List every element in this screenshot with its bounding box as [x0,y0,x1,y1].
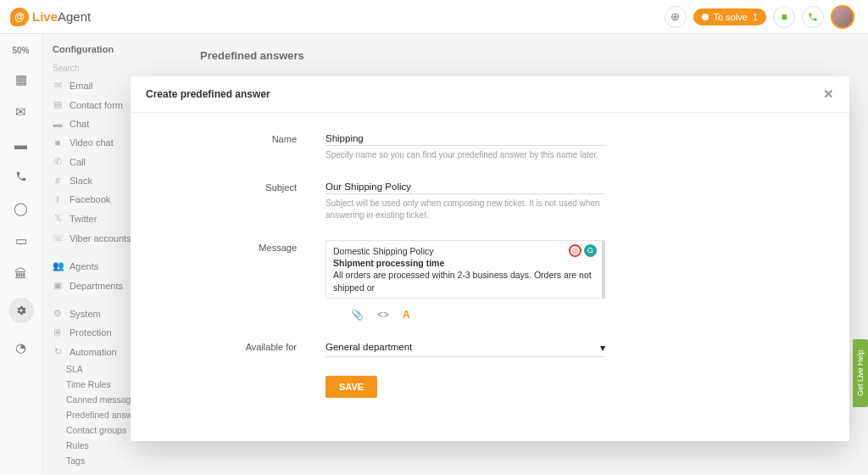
target-icon[interactable]: ◎ [569,244,581,257]
phone-icon[interactable] [14,169,29,184]
sb-label: Automation [70,347,117,357]
dashboard-icon[interactable]: ▦ [14,72,29,87]
select-value: General department [326,342,412,354]
folder-icon: ▣ [53,280,63,291]
sb-label: Chat [70,119,89,129]
sb-label: System [70,309,101,319]
viber-icon: ☏ [53,232,63,243]
sb-label: Departments [70,281,123,291]
code-icon[interactable]: <> [377,309,389,321]
subject-input[interactable] [326,180,605,194]
msg-line: Domestic Shipping Policy [333,245,595,257]
chat-icon: ▬ [53,119,63,129]
nav-rail: 50% ▦ ✉ ▬ ◯ ▭ 🏛 ◔ [0,34,42,475]
sb-label: Slack [70,176,92,186]
slack-icon: # [53,176,63,186]
sb-label: Video chat [70,137,114,148]
msg-line: All orders are processed within 2-3 busi… [333,269,595,293]
contacts-icon[interactable]: ▭ [14,233,29,249]
call-icon[interactable] [802,6,824,28]
modal-body: Name Specify name so you can find your p… [131,113,849,433]
available-select[interactable]: General department ▾ [326,339,605,357]
settings-icon[interactable] [8,298,34,323]
header-actions: ⊕ To solve 1 ■ [665,5,854,29]
format-icon[interactable]: A [403,309,410,321]
sidebar-title: Configuration [42,44,185,61]
to-solve-pill[interactable]: To solve 1 [693,8,766,25]
add-icon[interactable]: ⊕ [665,6,687,28]
phone-icon: ✆ [53,156,63,167]
get-live-help-tab[interactable]: Get Live Help [853,339,868,407]
sb-label: Viber accounts [70,233,131,243]
sb-label: Facebook [70,194,110,204]
save-button[interactable]: SAVE [326,376,377,398]
name-hint: Specify name so you can find your predef… [326,149,605,161]
twitter-icon: 𝕏 [53,213,63,224]
message-label: Message [164,240,326,321]
people-icon: 👥 [53,260,63,271]
modal-header: Create predefined answer ✕ [131,76,849,113]
modal-title: Create predefined answer [146,88,270,100]
gear-icon: ⚙ [53,308,63,319]
sidebar-search[interactable]: Search [42,61,185,75]
sb-label: Protection [70,327,112,338]
sb-label: Contact form [70,100,123,110]
logo-live: Live [32,9,58,24]
page-title: Predefined answers [200,49,853,62]
sb-label: Call [70,157,86,167]
shield-icon: ⛨ [53,327,63,338]
header: @ LiveAgent ⊕ To solve 1 ■ [0,0,868,34]
to-solve-count: 1 [753,12,758,22]
logo-agent: Agent [58,9,91,24]
name-input[interactable] [326,131,605,146]
video-icon: ■ [53,137,63,148]
form-icon: ▤ [53,99,63,110]
chevron-down-icon: ▾ [600,342,605,354]
grammarly-icon[interactable]: G [584,244,597,257]
sb-label: Agents [70,261,98,271]
more-icon[interactable]: ◔ [14,340,29,355]
available-label: Available for [164,339,326,357]
mail-icon[interactable]: ✉ [14,104,29,120]
facebook-icon: f [53,194,63,204]
logo[interactable]: @ LiveAgent [10,8,91,26]
msg-line: Shipment processing time [333,257,595,269]
subject-hint: Subject will be used only when composing… [326,198,605,221]
refresh-icon: ↻ [53,346,63,357]
subject-label: Subject [164,180,326,221]
name-label: Name [164,131,326,161]
status-dot-icon [702,14,709,20]
close-icon[interactable]: ✕ [823,87,834,102]
sb-label: Email [70,81,93,91]
progress-percent[interactable]: 50% [12,46,29,55]
message-editor[interactable]: Domestic Shipping Policy Shipment proces… [326,240,605,299]
chat-icon[interactable]: ■ [773,6,795,28]
sb-label: Twitter [70,214,97,224]
to-solve-label: To solve [714,12,748,22]
logo-icon: @ [10,8,29,26]
chat-icon[interactable]: ▬ [14,137,29,152]
attach-icon[interactable]: 📎 [351,309,364,321]
sidebar-sub-tags[interactable]: Tags [42,453,185,468]
mail-icon: ✉ [53,80,63,91]
bank-icon[interactable]: 🏛 [14,265,29,281]
avatar[interactable] [831,5,854,29]
editor-toolbar: 📎 <> A [326,299,605,321]
modal-create-predefined-answer: Create predefined answer ✕ Name Specify … [131,76,849,441]
ring-icon[interactable]: ◯ [14,201,29,216]
